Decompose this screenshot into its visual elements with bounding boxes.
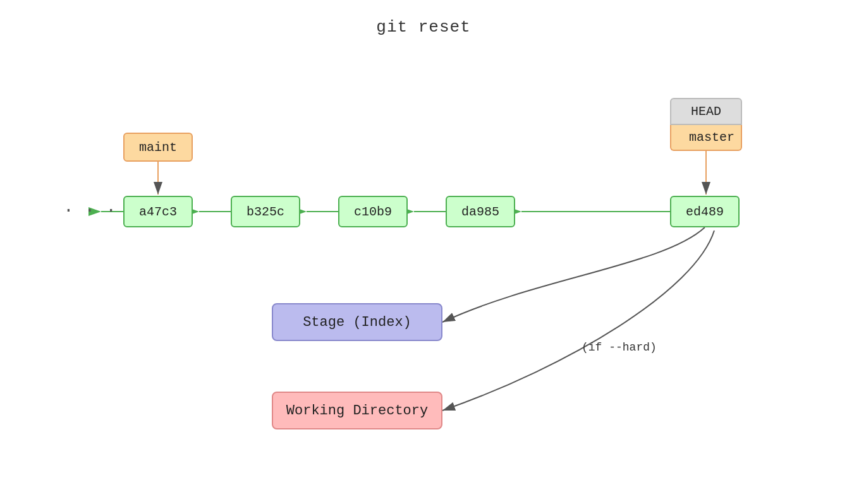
ellipsis: · · · — [63, 201, 116, 220]
head-master-box: HEAD master — [670, 98, 742, 151]
commit-ed489: ed489 — [670, 196, 740, 227]
diagram: git reset · · · a — [0, 0, 847, 504]
commit-da985: da985 — [446, 196, 515, 227]
master-label: master — [670, 125, 742, 151]
working-directory-box: Working Directory — [272, 392, 442, 429]
page-title: git reset — [376, 18, 470, 37]
commit-b325c: b325c — [231, 196, 300, 227]
commit-c10b9: c10b9 — [338, 196, 408, 227]
branch-maint: maint — [123, 133, 193, 162]
if-hard-label: (if --hard) — [582, 341, 657, 354]
commit-a47c3: a47c3 — [123, 196, 193, 227]
head-label: HEAD — [670, 98, 742, 125]
stage-index-box: Stage (Index) — [272, 303, 442, 341]
